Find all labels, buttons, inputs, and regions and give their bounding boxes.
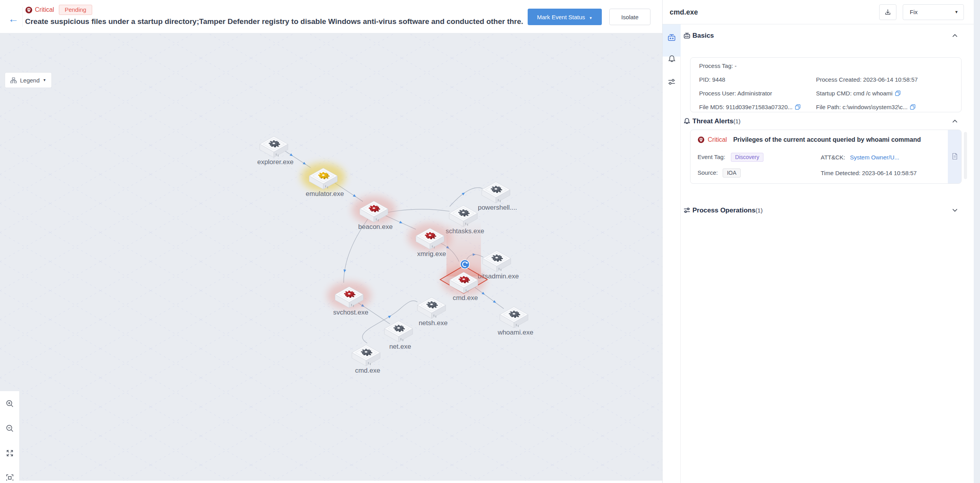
alerts-scrollbar[interactable] <box>964 132 967 179</box>
robot-icon <box>683 32 691 40</box>
file-path-field: File Path: c:\windows\system32\c... <box>816 104 916 110</box>
alert-side-strip <box>948 130 961 184</box>
source-row: Source: IOA <box>698 168 741 177</box>
basics-section-header[interactable]: Basics <box>683 31 962 42</box>
zoom-out-button[interactable] <box>0 416 20 441</box>
basics-card: Process Tag: - PID: 9448 Process Created… <box>690 57 962 112</box>
process-graph-canvas[interactable]: explorer.exeemulator.exepowershell....be… <box>0 33 662 481</box>
alert-title-row: Critical Privileges of the current accou… <box>698 136 921 143</box>
process-created-field: Process Created: 2023-06-14 10:58:57 <box>816 76 918 83</box>
back-button[interactable]: ← <box>6 12 20 26</box>
operations-count: (1) <box>756 207 763 214</box>
panel-header: cmd.exe Fix ▼ <box>663 0 974 24</box>
event-tag-row: Event Tag: Discovery <box>698 153 763 162</box>
operations-section-title: Process Operations(1) <box>692 207 763 214</box>
top-bar: ← Critical Pending Create suspicious fil… <box>0 0 662 33</box>
process-node-label: powershell.... <box>478 204 517 211</box>
process-graph[interactable]: explorer.exeemulator.exepowershell....be… <box>0 33 662 481</box>
zoom-in-button[interactable] <box>0 391 20 416</box>
alerts-section-header[interactable]: Threat Alerts(1) <box>683 116 962 127</box>
alerts-count: (1) <box>733 118 740 124</box>
process-node-label: cmd.exe <box>453 294 478 302</box>
process-node-label: whoami.exe <box>497 329 534 336</box>
process-node-label: emulator.exe <box>306 190 344 198</box>
startup-cmd-field: Startup CMD: cmd /c whoami <box>816 90 901 97</box>
legend-label: Legend <box>20 77 40 84</box>
page-scrollbar-track[interactable] <box>974 0 980 483</box>
time-detected-field: Time Detected: 2023-06-14 10:58:57 <box>821 170 917 176</box>
alert-severity: Critical <box>708 136 727 143</box>
badge-row: Critical Pending <box>25 4 92 16</box>
divider <box>22 7 23 27</box>
process-node-label: svchost.exe <box>333 309 368 316</box>
file-md5-field: File MD5: 911d039e71583a07320... <box>699 104 801 110</box>
process-node-label: cmd.exe <box>355 367 380 374</box>
process-node-label: net.exe <box>389 343 411 350</box>
process-node-label: explorer.exe <box>257 158 294 166</box>
severity-badge: Critical <box>25 6 54 14</box>
process-node[interactable]: beacon.exe <box>352 196 396 231</box>
process-user-field: Process User: Administrator <box>699 90 772 97</box>
skull-icon <box>25 6 33 14</box>
operations-section-header[interactable]: Process Operations(1) <box>683 205 962 216</box>
zoom-toolbar <box>0 391 20 481</box>
basics-section-title: Basics <box>692 32 714 40</box>
panel-side-nav <box>663 24 681 483</box>
collapse-up-icon[interactable] <box>952 119 958 123</box>
process-node-label: beacon.exe <box>358 223 393 231</box>
legend-tree-icon <box>10 77 17 83</box>
process-tag-field: Process Tag: - <box>699 62 737 69</box>
panel-title: cmd.exe <box>670 0 698 24</box>
skull-icon <box>698 136 705 143</box>
event-title: Create suspicious files under a startup … <box>25 17 523 26</box>
pid-field: PID: 9448 <box>699 76 725 83</box>
process-node[interactable]: emulator.exe <box>301 163 345 198</box>
severity-label: Critical <box>35 6 54 13</box>
report-doc-icon[interactable] <box>951 153 958 160</box>
process-node-label: xmrig.exe <box>417 250 446 258</box>
fix-select-caret-icon: ▼ <box>954 5 958 20</box>
fix-select[interactable]: Fix ▼ <box>903 4 964 20</box>
isolate-button[interactable]: Isolate <box>609 9 650 25</box>
copy-icon[interactable] <box>795 104 801 110</box>
source-chip: IOA <box>723 168 741 177</box>
copy-icon[interactable] <box>895 90 901 96</box>
alerts-section-title: Threat Alerts(1) <box>692 117 741 125</box>
attack-link[interactable]: System Owner/U... <box>850 154 899 161</box>
alert-title: Privileges of the current account querie… <box>733 136 921 143</box>
copy-icon[interactable] <box>910 104 916 110</box>
incident-app: ← Critical Pending Create suspicious fil… <box>0 0 980 483</box>
fit-screen-button[interactable] <box>0 441 20 465</box>
status-badge: Pending <box>59 5 92 15</box>
collapse-down-icon[interactable] <box>952 209 958 212</box>
legend-button[interactable]: Legend ▼ <box>5 72 52 88</box>
focus-node-button[interactable] <box>0 465 20 481</box>
process-node-label: netsh.exe <box>419 319 448 327</box>
collapse-up-icon[interactable] <box>952 34 958 37</box>
iso-grid-background <box>0 33 662 481</box>
threat-alert-card[interactable]: Critical Privileges of the current accou… <box>690 130 962 184</box>
mark-event-status-button[interactable]: Mark Event Status▼ <box>528 9 602 25</box>
event-tag-chip[interactable]: Discovery <box>731 153 763 162</box>
fix-select-value: Fix <box>910 5 918 20</box>
attack-row: ATT&CK: System Owner/U... <box>821 154 899 161</box>
loading-spinner-icon <box>461 260 470 269</box>
side-nav-basics[interactable] <box>663 33 681 42</box>
dropdown-caret-icon: ▼ <box>589 16 592 20</box>
process-node[interactable]: cmd.exe <box>440 221 487 302</box>
process-node[interactable]: svchost.exe <box>327 282 371 316</box>
detail-panel: cmd.exe Fix ▼ Basics <box>662 0 980 483</box>
legend-caret-icon: ▼ <box>43 78 46 82</box>
side-nav-operations[interactable] <box>663 78 681 86</box>
bell-icon <box>683 117 691 125</box>
sliders-icon <box>683 207 691 214</box>
export-button[interactable] <box>879 4 896 20</box>
side-nav-alerts[interactable] <box>663 55 681 64</box>
